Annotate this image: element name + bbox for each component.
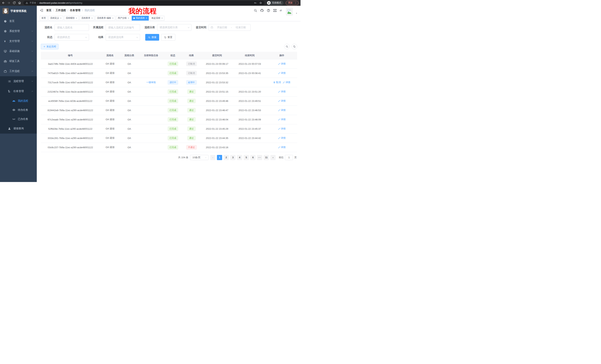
page-button-11[interactable]: 11 — [264, 155, 269, 160]
detail-action-link[interactable]: 详情 — [278, 71, 286, 75]
column-header: 结束时间 — [233, 52, 266, 59]
caret-down-icon[interactable] — [295, 12, 298, 14]
breadcrumb-item[interactable]: 任务管理 — [70, 9, 80, 12]
sidebar-collapse-icon[interactable] — [40, 9, 43, 12]
question-icon[interactable] — [267, 9, 270, 12]
update-button[interactable]: 更新 — [286, 1, 299, 5]
close-icon[interactable]: × — [76, 17, 77, 19]
search-circle-button[interactable] — [284, 44, 290, 49]
security-label[interactable]: 不安全 — [30, 1, 36, 4]
url-text[interactable]: dashboard.yudao.iocoder.cn/bpm/task/my — [39, 2, 82, 4]
sidebar-item-leave-query[interactable]: 请假查询 — [0, 124, 37, 134]
detail-action-link[interactable]: 详情 — [278, 118, 286, 121]
close-icon[interactable]: × — [60, 17, 61, 19]
github-icon[interactable] — [260, 9, 264, 12]
tab-用户分组[interactable]: 用户分组× — [116, 16, 131, 21]
date-range-picker[interactable]: 开始日期 - 结束日期 — [209, 24, 250, 31]
result-select[interactable]: 请选择流结果 — [106, 34, 140, 41]
cell-category: OA — [120, 96, 138, 105]
sidebar-item-workflow[interactable]: 工作流程 — [0, 66, 37, 76]
tab-首页[interactable]: 首页 — [40, 16, 48, 21]
close-icon[interactable]: × — [112, 17, 113, 19]
sidebar-item-system[interactable]: 系统管理 — [0, 26, 37, 36]
back-icon[interactable] — [2, 1, 5, 4]
avatar[interactable] — [286, 8, 292, 15]
tab-发起流程[interactable]: 发起流程× — [150, 16, 164, 21]
breadcrumb-item[interactable]: 首页 — [46, 9, 51, 12]
cell-end-time: 2022-01-22 23:51:20 — [233, 87, 266, 96]
tab-label: 用户分组 — [118, 17, 127, 20]
close-icon[interactable]: × — [91, 17, 93, 19]
active-tab-dot-icon — [133, 18, 135, 19]
cancel-action-link[interactable]: 取消 — [273, 81, 281, 84]
process-definition-input[interactable] — [106, 24, 140, 31]
close-icon[interactable]: × — [161, 17, 163, 19]
search-button[interactable]: 搜索 — [145, 34, 159, 41]
tab-我的流程[interactable]: 我的流程× — [132, 16, 149, 21]
breadcrumb-item[interactable]: 工作流程 — [56, 9, 66, 12]
reload-icon[interactable] — [13, 1, 16, 4]
next-page-button[interactable]: › — [270, 155, 276, 160]
page-button-3[interactable]: 3 — [230, 155, 235, 160]
sidebar-item-devtools[interactable]: 研发工具 — [0, 56, 37, 66]
detail-action-link[interactable]: 详情 — [278, 62, 286, 66]
home-icon[interactable] — [18, 1, 21, 4]
fullscreen-icon[interactable] — [273, 9, 277, 12]
page-button-6[interactable]: 6 — [250, 155, 256, 160]
status-select[interactable]: 请选择状态 — [55, 34, 89, 41]
cell-process-name: OA 请假 — [100, 59, 120, 68]
sidebar-item-home[interactable]: 首页 — [0, 16, 37, 26]
rabbit-logo-icon — [3, 8, 9, 14]
create-process-button[interactable]: 发起流程 — [41, 44, 59, 49]
kebab-menu-icon[interactable] — [294, 2, 297, 4]
page-size-select[interactable]: 10条/页 — [190, 155, 209, 160]
cell-category: OA — [120, 143, 138, 152]
sidebar-item-payment[interactable]: ¥支付管理 — [0, 36, 37, 46]
cell-result: 通过 — [182, 115, 201, 124]
star-icon[interactable] — [259, 1, 262, 4]
page-button-1[interactable]: 1 — [217, 155, 222, 160]
close-icon[interactable]: × — [128, 17, 129, 19]
sidebar-item-task-mgmt[interactable]: 任务管理 — [0, 86, 37, 96]
tab-流程表单[interactable]: 流程表单× — [80, 16, 94, 21]
search-icon[interactable] — [254, 9, 257, 12]
page-button-5[interactable]: 5 — [244, 155, 249, 160]
close-icon[interactable]: × — [146, 17, 147, 19]
tab-流程定义[interactable]: 流程定义× — [49, 16, 63, 21]
cell-category: OA — [120, 133, 138, 143]
detail-action-link[interactable]: 详情 — [283, 81, 290, 84]
sidebar-item-my-process[interactable]: 我的流程 — [0, 96, 37, 105]
sidebar-item-done-task[interactable]: 已办任务 — [0, 115, 37, 124]
filter-label: 流程分类 — [140, 26, 157, 29]
tab-流程表单-编辑[interactable]: 流程表单-编辑× — [95, 16, 115, 21]
cell-result: 已取消 — [182, 68, 201, 78]
breadcrumb-separator: / — [68, 9, 68, 12]
sidebar-item-todo-task[interactable]: 待办任务 — [0, 105, 37, 115]
category-select[interactable]: 请选择流程分类 — [157, 24, 191, 31]
sidebar-item-process-mgmt[interactable]: 流程管理 — [0, 76, 37, 86]
detail-action-link[interactable]: 详情 — [278, 146, 286, 149]
current-task-link[interactable]: 一级审批 — [146, 81, 156, 84]
key-icon[interactable] — [254, 1, 257, 4]
goto-page-input[interactable] — [285, 155, 293, 160]
update-label[interactable]: 更新 — [288, 1, 293, 4]
sidebar-item-infra[interactable]: 基础设施 — [0, 46, 37, 56]
process-name-input[interactable] — [55, 24, 89, 31]
address-bar[interactable]: 不安全 dashboard.yudao.iocoder.cn/bpm/task/… — [23, 1, 264, 5]
detail-action-link[interactable]: 详情 — [278, 108, 286, 112]
detail-action-link[interactable]: 详情 — [278, 136, 286, 140]
tab-流程模型[interactable]: 流程模型× — [64, 16, 79, 21]
edit-icon — [278, 72, 280, 74]
cell-status: 已完成 — [164, 143, 182, 152]
robot-icon — [12, 99, 15, 102]
detail-action-link[interactable]: 详情 — [278, 99, 286, 103]
prev-page-button[interactable]: ‹ — [210, 155, 215, 160]
forward-icon[interactable] — [7, 1, 10, 4]
page-button-2[interactable]: 2 — [224, 155, 229, 160]
detail-action-link[interactable]: 详情 — [278, 90, 286, 93]
reset-button[interactable]: 重置 — [161, 34, 175, 41]
font-size-icon[interactable]: tT — [280, 9, 283, 12]
refresh-circle-button[interactable] — [291, 44, 297, 49]
detail-action-link[interactable]: 详情 — [278, 127, 286, 130]
page-button-4[interactable]: 4 — [237, 155, 242, 160]
